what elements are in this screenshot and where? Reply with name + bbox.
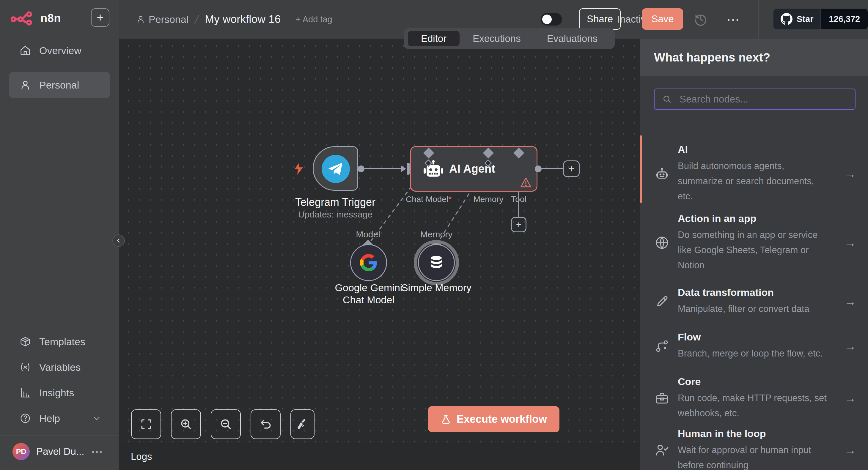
- logs-label: Logs: [131, 451, 152, 462]
- category-human-in-the-loop[interactable]: Human in the loop Wait for approval or h…: [640, 425, 868, 470]
- category-desc: Do something in an app or service like G…: [678, 227, 829, 273]
- sidebar-item-label: Help: [39, 413, 60, 424]
- more-options-button[interactable]: ⋯: [726, 0, 741, 39]
- add-node-button[interactable]: +: [563, 161, 580, 177]
- save-button[interactable]: Save: [642, 8, 683, 30]
- active-toggle[interactable]: [541, 13, 562, 26]
- category-desc: Wait for approval or human input before …: [678, 442, 826, 470]
- zoom-in-button[interactable]: [171, 409, 201, 439]
- category-flow[interactable]: Flow Branch, merge or loop the flow, etc…: [640, 327, 868, 365]
- database-icon: [428, 255, 444, 271]
- history-icon[interactable]: [693, 12, 708, 27]
- branch-icon: [655, 339, 670, 354]
- fit-view-icon: [140, 418, 153, 431]
- plus-icon: +: [568, 163, 574, 175]
- workflow-canvas[interactable]: Telegram Trigger Updates: message AI Age…: [119, 39, 640, 443]
- arrow-right-icon: →: [844, 236, 856, 249]
- sidebar-item-personal[interactable]: Personal: [9, 72, 110, 98]
- arrow-right-icon: →: [844, 443, 856, 457]
- sidebar-item-label: Variables: [39, 362, 81, 373]
- port-label-memory: Memory: [465, 195, 512, 204]
- google-icon: [360, 254, 377, 271]
- tidy-up-icon: [296, 418, 309, 431]
- undo-icon: [259, 418, 272, 431]
- category-title: Data transformation: [678, 287, 832, 298]
- sidebar-item-label: Templates: [39, 336, 85, 347]
- app-root: n8n + Overview Personal Templates: [0, 0, 868, 470]
- category-title: Flow: [678, 331, 832, 343]
- n8n-logo-icon: [11, 11, 36, 26]
- required-marker: *: [448, 195, 452, 204]
- zoom-out-icon: [219, 418, 232, 431]
- agent-input-port[interactable]: [407, 163, 410, 175]
- sidebar-item-insights[interactable]: Insights: [0, 382, 119, 403]
- node-label: Google Gemini Chat Model: [333, 282, 404, 306]
- user-account[interactable]: PD Pavel Du... ⋯: [0, 439, 119, 464]
- plus-icon: +: [97, 11, 103, 24]
- tidy-up-button[interactable]: [290, 409, 314, 439]
- github-star-badge[interactable]: Star 126,372: [773, 8, 868, 30]
- category-data-transformation[interactable]: Data transformation Manipulate, filter o…: [640, 282, 868, 321]
- node-sublabel: Updates: message: [291, 209, 380, 220]
- help-circle-icon: [20, 413, 31, 424]
- category-ai[interactable]: AI Build autonomous agents, summarize or…: [640, 140, 868, 208]
- arrow-right-icon: →: [844, 392, 856, 405]
- text-caret: [678, 93, 678, 106]
- robot-icon: [655, 166, 670, 181]
- sidebar-item-variables[interactable]: Variables: [0, 357, 119, 378]
- search-input[interactable]: [680, 94, 840, 105]
- fit-view-button[interactable]: [131, 409, 161, 439]
- sidebar-divider: [0, 436, 119, 436]
- avatar[interactable]: PD: [12, 443, 30, 460]
- port-label-memory-sub: Memory: [412, 229, 460, 239]
- panel-title: What happens next?: [654, 51, 770, 64]
- package-icon: [20, 336, 31, 347]
- bar-chart-icon: [20, 387, 31, 398]
- agent-output-port[interactable]: [535, 166, 541, 172]
- sidebar-item-templates[interactable]: Templates: [0, 331, 119, 352]
- github-star-button[interactable]: Star: [773, 9, 820, 29]
- warning-triangle-icon[interactable]: [520, 177, 532, 188]
- user-check-icon: [655, 443, 670, 458]
- tab-evaluations[interactable]: Evaluations: [534, 31, 611, 46]
- arrow-right-icon: →: [844, 295, 856, 308]
- user-icon: [20, 79, 31, 91]
- lightning-bolt-icon: [293, 162, 304, 175]
- sidebar-item-overview[interactable]: Overview: [0, 40, 119, 61]
- category-title: Core: [678, 376, 832, 388]
- node-telegram-trigger[interactable]: [313, 146, 358, 191]
- node-google-gemini[interactable]: [350, 244, 387, 281]
- github-icon: [781, 13, 793, 25]
- zoom-in-icon: [180, 418, 193, 431]
- tab-executions[interactable]: Executions: [460, 31, 534, 46]
- tab-editor[interactable]: Editor: [408, 31, 460, 46]
- zoom-out-button[interactable]: [211, 409, 241, 439]
- variable-icon: [20, 362, 31, 373]
- node-simple-memory[interactable]: [418, 244, 455, 281]
- user-menu-button[interactable]: ⋯: [91, 445, 103, 459]
- undo-button[interactable]: [251, 409, 281, 439]
- pencil-icon: [655, 294, 670, 309]
- toolbox-icon: [655, 391, 670, 406]
- logs-panel[interactable]: Logs: [119, 443, 640, 470]
- category-action-in-app[interactable]: Action in an app Do something in an app …: [640, 208, 868, 277]
- add-tool-button[interactable]: +: [511, 217, 526, 232]
- connection-wires: [119, 39, 640, 443]
- chevron-down-icon: [92, 414, 101, 423]
- search-icon: [662, 95, 672, 104]
- execute-workflow-button[interactable]: Execute workflow: [428, 406, 559, 432]
- trigger-output-port[interactable]: [358, 166, 365, 172]
- collapse-panel-button[interactable]: [112, 234, 125, 247]
- node-search[interactable]: [654, 89, 856, 110]
- share-button[interactable]: Share: [579, 8, 621, 30]
- github-star-count[interactable]: 126,372: [820, 9, 868, 29]
- nodes-panel: What happens next? AI Build autonomous a…: [640, 39, 868, 470]
- plus-icon: +: [516, 219, 522, 230]
- new-workflow-button[interactable]: +: [91, 8, 110, 27]
- category-core[interactable]: Core Run code, make HTTP requests, set w…: [640, 371, 868, 425]
- sidebar-item-help[interactable]: Help: [0, 408, 119, 429]
- brand-name: n8n: [40, 12, 61, 25]
- home-icon: [20, 45, 31, 56]
- category-title: Human in the loop: [678, 428, 832, 439]
- category-desc: Branch, merge or loop the flow, etc.: [678, 346, 832, 361]
